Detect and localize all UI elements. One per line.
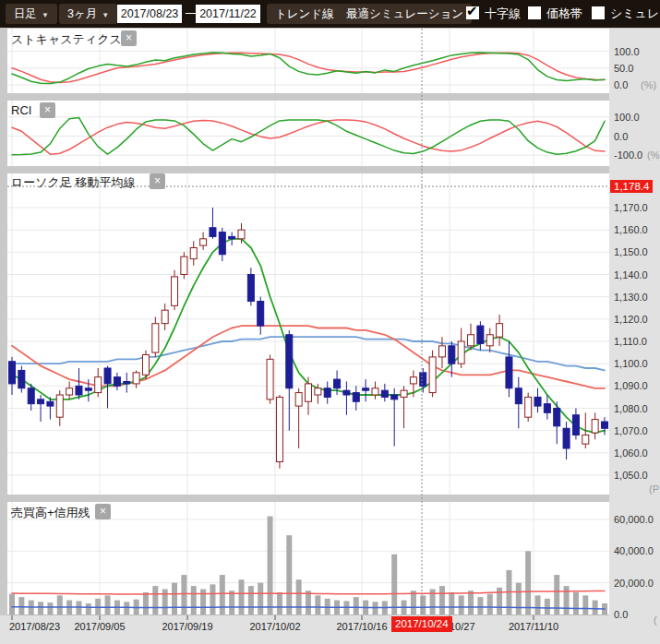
checkbox-icon: ✔ [466,6,479,19]
stochastics-panel-title: ストキャスティクス [11,31,122,48]
close-rci-button[interactable]: × [40,102,55,118]
y-axis-label: 40,000.0 [614,545,654,556]
period-dropdown[interactable]: 日足▼ [6,4,57,24]
date-from-input[interactable] [117,5,182,23]
toolbar: 日足▼ 3ヶ月▼ — トレンド線 最適シミュレーション ✔十字線 ✔価格帯 ✔シ… [0,0,660,28]
y-axis-label: 1,170.0 [614,202,648,213]
y-axis-label: 0.0 [614,131,628,142]
y-axis-unit: (%) [641,79,656,90]
chevron-down-icon: ▼ [102,11,109,19]
y-axis-label: 1,150.0 [614,246,648,257]
range-dropdown[interactable]: 3ヶ月▼ [59,4,117,24]
chart-canvas [0,0,660,644]
x-axis-date-label: 2017/09/05 [74,621,125,632]
crosshair-price-badge: 1,178.4 [610,180,653,193]
x-axis-date-label: 2017/08/23 [9,621,60,632]
crosshair-checkbox[interactable]: ✔十字線 [466,6,521,22]
rci-panel-title: RCI [11,103,31,117]
checkbox-icon: ✔ [528,6,541,19]
optimal-simulation-button[interactable]: 最適シミュレーション [338,4,472,24]
y-axis-label: 20,000.0 [614,578,654,589]
y-axis-label: 1,100.0 [614,358,648,369]
close-candles-button[interactable]: × [150,173,165,189]
x-axis-date-label: 2017/10/16 [336,621,387,632]
y-axis-label: 1,160.0 [614,224,648,235]
y-axis-label: -100.0 [614,149,642,161]
y-axis-label: 1,050.0 [614,470,648,481]
y-axis-label: 1,130.0 [614,292,648,303]
y-axis-label: 1,120.0 [614,314,648,325]
x-axis-date-label: 2017/09/19 [162,621,212,632]
y-axis-label: 0.0 [614,609,628,620]
chevron-down-icon: ▼ [42,11,49,19]
simulation-checkbox[interactable]: ✔シミュレー [592,6,660,22]
y-axis-label: 100.0 [614,46,640,57]
y-axis-label: 100.0 [614,112,640,123]
y-axis-label: 1,110.0 [614,336,647,347]
close-volume-button[interactable]: × [95,504,111,519]
crosshair-date-badge: 2017/10/24 [391,616,452,632]
y-axis-label: 1,080.0 [614,403,648,414]
y-axis-unit: ( [654,614,657,626]
y-axis-unit: (%) [647,149,660,161]
y-axis-label: 1,140.0 [614,269,648,280]
y-axis-label: 1,090.0 [614,380,648,391]
y-axis-unit: (P [649,483,659,495]
y-axis-label: 50.0 [614,63,633,74]
x-axis-date-label: 2017/11/10 [509,621,558,632]
candles-panel-title: ローソク足 移動平均線 [11,174,136,191]
trendline-button[interactable]: トレンド線 [267,4,342,24]
x-axis-date-label: 2017/10/02 [249,621,300,632]
y-axis-label: 0.0 [614,79,628,90]
close-stochastics-button[interactable]: × [121,30,137,46]
price-band-checkbox[interactable]: ✔価格帯 [528,6,582,22]
checkbox-icon: ✔ [592,6,605,19]
date-to-input[interactable] [196,5,260,23]
y-axis-label: 60,000.0 [614,514,654,525]
volume-panel-title: 売買高+信用残 [11,505,90,521]
y-axis-label: 1,060.0 [614,447,648,459]
y-axis-label: 1,070.0 [614,425,648,436]
